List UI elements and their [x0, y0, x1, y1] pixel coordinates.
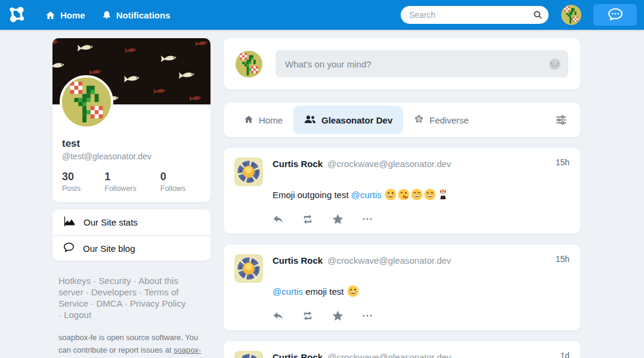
- compose-card: [224, 38, 580, 90]
- tab-label: Fediverse: [429, 115, 469, 125]
- nav-notifications[interactable]: Notifications: [102, 10, 171, 20]
- stat-followers[interactable]: 1 Followers: [104, 171, 137, 193]
- sidebar-footer: Hotkeys · Security · About this server ·…: [52, 275, 210, 358]
- grinning-face-emoji: [385, 189, 397, 200]
- main-column: Home Gleasonator Dev Fediverse: [224, 38, 580, 358]
- bell-icon: [102, 10, 112, 20]
- reply-icon[interactable]: [271, 311, 284, 321]
- menu-item-site-stats[interactable]: Our Site stats: [52, 209, 210, 235]
- more-icon[interactable]: [361, 217, 374, 221]
- search-icon[interactable]: [533, 10, 543, 20]
- users-icon: [304, 115, 316, 126]
- post-timestamp[interactable]: 15h: [556, 254, 569, 264]
- post-handle: @crockwave@gleasonator.dev: [327, 255, 451, 266]
- profile-handle: @test@gleasonator.dev: [62, 152, 201, 161]
- top-navbar: Home Notifications: [0, 0, 644, 30]
- beaming-face-emoji: [424, 189, 436, 200]
- nav-avatar[interactable]: [561, 5, 581, 25]
- compose-avatar[interactable]: [236, 51, 262, 78]
- mention-link[interactable]: @curtis: [273, 286, 303, 297]
- timeline-tabs: Home Gleasonator Dev Fediverse: [224, 103, 580, 137]
- menu-label: Our Site blog: [83, 243, 135, 254]
- tab-label: Gleasonator Dev: [321, 115, 392, 125]
- search-input[interactable]: [401, 10, 533, 20]
- post-handle: @crockwave@gleasonator.dev: [327, 159, 451, 169]
- post: Curtis Rock @crockwave@gleasonator.dev 1…: [224, 245, 580, 331]
- more-icon[interactable]: [361, 314, 374, 317]
- stat-posts[interactable]: 30 Posts: [62, 171, 80, 193]
- repost-icon[interactable]: [301, 311, 314, 321]
- footer-links: Hotkeys · Security · About this server ·…: [58, 275, 191, 320]
- post: Curtis Rock @crockwave@gleasonator.dev 1…: [224, 341, 580, 358]
- beaming-face-emoji: [411, 189, 423, 200]
- sidebar: test @test@gleasonator.dev 30 Posts 1 Fo…: [52, 38, 210, 358]
- profile-card: test @test@gleasonator.dev 30 Posts 1 Fo…: [52, 38, 210, 202]
- post-content: Emoji outgoing test @curtis: [273, 189, 569, 202]
- post-actions: [271, 310, 569, 321]
- profile-stats: 30 Posts 1 Followers 0 Follows: [62, 171, 201, 193]
- post-actions: [271, 214, 569, 224]
- tab-fediverse[interactable]: Fediverse: [403, 106, 479, 134]
- post-author[interactable]: Curtis Rock: [273, 352, 323, 358]
- footer-link[interactable]: Developers: [91, 287, 137, 297]
- stat-follows[interactable]: 0 Follows: [160, 171, 185, 193]
- post-handle: @crockwave@gleasonator.dev: [327, 352, 451, 358]
- nav-notifications-label: Notifications: [116, 10, 171, 20]
- post-timestamp[interactable]: 1d: [560, 351, 569, 358]
- post-author[interactable]: Curtis Rock: [273, 159, 323, 169]
- post: Curtis Rock @crockwave@gleasonator.dev 1…: [224, 148, 580, 234]
- search-box: [401, 6, 549, 24]
- mention-link[interactable]: @curtis: [351, 190, 382, 200]
- reply-icon[interactable]: [271, 214, 284, 224]
- footer-link[interactable]: Privacy Policy: [130, 298, 185, 308]
- grinning-face-emoji: [347, 285, 359, 297]
- gleasonator-logo[interactable]: [6, 4, 29, 26]
- post-content: @curtis emoji test: [273, 285, 569, 298]
- post-avatar[interactable]: [234, 158, 263, 186]
- footer-link[interactable]: Logout: [64, 310, 91, 320]
- feed: Curtis Rock @crockwave@gleasonator.dev 1…: [224, 148, 580, 358]
- star-icon[interactable]: [331, 214, 344, 224]
- chart-area-icon: [63, 216, 83, 229]
- compose-field: [275, 50, 568, 78]
- chat-bubble-icon: [608, 8, 623, 23]
- tab-gleasonator-dev[interactable]: Gleasonator Dev: [293, 106, 403, 134]
- post-author[interactable]: Curtis Rock: [273, 255, 323, 266]
- speech-bubble-icon: [63, 242, 83, 254]
- menu-label: Our Site stats: [83, 217, 138, 227]
- custom-jester-emoji: [437, 189, 449, 200]
- post-timestamp[interactable]: 15h: [556, 158, 569, 167]
- profile-avatar[interactable]: [60, 75, 113, 129]
- compose-input[interactable]: [275, 59, 568, 69]
- footer-link[interactable]: Security: [99, 276, 131, 286]
- tab-label: Home: [259, 115, 283, 125]
- sliders-icon[interactable]: [555, 115, 567, 125]
- post-avatar[interactable]: [234, 351, 263, 358]
- home-icon: [244, 115, 253, 126]
- nav-home-label: Home: [60, 10, 85, 20]
- face-blowing-kiss-emoji: [398, 189, 410, 200]
- star-icon[interactable]: [331, 310, 344, 321]
- tab-home[interactable]: Home: [233, 106, 293, 134]
- chat-button[interactable]: [593, 4, 637, 26]
- about-text: soapbox-fe is open source software. You …: [58, 331, 209, 358]
- menu-item-site-blog[interactable]: Our Site blog: [52, 235, 210, 261]
- site-menu-card: Our Site stats Our Site blog: [52, 209, 210, 261]
- profile-display-name[interactable]: test: [62, 138, 201, 150]
- home-icon: [45, 10, 55, 20]
- footer-link[interactable]: Hotkeys: [58, 276, 91, 286]
- repost-icon[interactable]: [301, 214, 314, 224]
- emoji-picker-icon[interactable]: [549, 58, 561, 70]
- footer-link[interactable]: DMCA: [96, 298, 122, 308]
- post-avatar[interactable]: [234, 254, 263, 283]
- nav-home[interactable]: Home: [45, 10, 85, 20]
- fediverse-icon: [414, 114, 424, 126]
